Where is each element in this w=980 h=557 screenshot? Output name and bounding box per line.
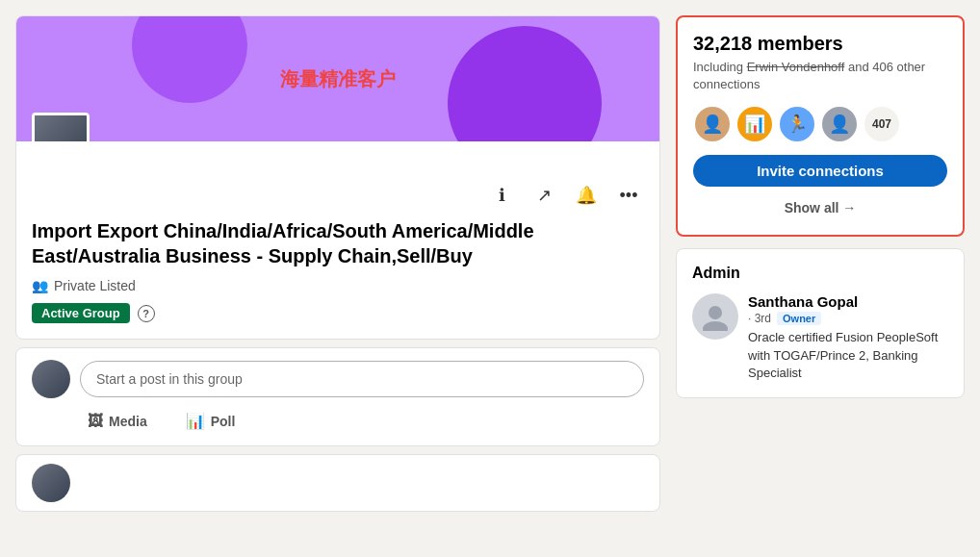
admin-row: Santhana Gopal · 3rd Owner Oracle certif… <box>692 293 948 382</box>
banner-decoration-circle-1 <box>132 16 247 103</box>
member-avatar-2: 📊 <box>735 105 774 143</box>
post-card: Start a post in this group 🖼 Media 📊 Pol… <box>15 347 660 446</box>
admin-card: Admin Santhana Gopal · 3rd Owner Oracle … <box>676 248 965 398</box>
members-subtext-prefix: Including <box>693 60 747 74</box>
members-subtext: Including Erwin Vondenhoff and 406 other… <box>693 59 947 93</box>
bottom-preview <box>15 454 660 512</box>
active-group-badge: Active Group <box>32 303 130 323</box>
member-avatar-3: 🏃 <box>778 105 816 143</box>
post-actions-row: 🖼 Media 📊 Poll <box>32 408 644 434</box>
invite-connections-button[interactable]: Invite connections <box>693 155 947 187</box>
admin-degree-row: · 3rd Owner <box>748 312 948 325</box>
admin-avatar-icon <box>701 302 730 331</box>
members-card: 32,218 members Including Erwin Vondenhof… <box>676 15 965 237</box>
poll-label: Poll <box>211 414 236 429</box>
preview-avatar <box>32 464 70 502</box>
banner-decoration-circle-2 <box>448 26 602 141</box>
media-icon: 🖼 <box>88 413 103 430</box>
admin-avatar <box>692 293 738 340</box>
poll-button[interactable]: 📊 Poll <box>178 408 244 434</box>
svg-point-1 <box>703 321 728 331</box>
media-label: Media <box>109 414 147 429</box>
members-count: 32,218 members <box>693 33 947 55</box>
admin-owner-badge: Owner <box>777 312 821 325</box>
share-icon[interactable]: ↗ <box>529 180 559 211</box>
members-name-strikethrough: Erwin Vondenhoff <box>747 60 845 74</box>
group-card: 海量精准客户 ℹ ↗ 🔔 ••• <box>15 15 660 340</box>
admin-info: Santhana Gopal · 3rd Owner Oracle certif… <box>748 293 948 382</box>
group-badge-row: Active Group ? <box>32 303 644 323</box>
member-count-bubble: 407 <box>863 105 901 143</box>
group-title: Import Export China/India/Africa/South A… <box>32 218 644 268</box>
svg-point-0 <box>709 306 722 319</box>
group-card-body: ℹ ↗ 🔔 ••• Import Export China/India/Afri… <box>16 141 659 339</box>
info-icon[interactable]: ℹ <box>486 180 517 211</box>
admin-degree-badge: · 3rd <box>748 312 771 325</box>
admin-description: Oracle certified Fusion PeopleSoft with … <box>748 329 948 382</box>
group-actions-bar: ℹ ↗ 🔔 ••• <box>32 180 644 211</box>
admin-name[interactable]: Santhana Gopal <box>748 293 948 310</box>
poll-icon: 📊 <box>186 412 205 430</box>
group-privacy-label: Private Listed <box>54 278 136 293</box>
help-icon[interactable]: ? <box>138 305 155 322</box>
more-options-icon[interactable]: ••• <box>613 180 644 211</box>
group-banner: 海量精准客户 <box>16 16 659 141</box>
group-logo-image <box>35 115 87 141</box>
bell-icon[interactable]: 🔔 <box>571 180 602 211</box>
group-meta: 👥 Private Listed <box>32 278 644 293</box>
post-input-box[interactable]: Start a post in this group <box>80 361 644 397</box>
member-avatar-4: 👤 <box>820 105 859 143</box>
admin-section-title: Admin <box>692 265 948 282</box>
media-button[interactable]: 🖼 Media <box>80 408 155 434</box>
group-logo <box>32 113 90 141</box>
privacy-icon: 👥 <box>32 278 48 293</box>
banner-watermark-text: 海量精准客户 <box>280 66 396 92</box>
post-input-row: Start a post in this group <box>32 360 644 398</box>
show-all-link[interactable]: Show all → <box>693 196 947 219</box>
member-avatars-row: 👤 📊 🏃 👤 407 <box>693 105 947 143</box>
member-avatar-1: 👤 <box>693 105 732 143</box>
poster-avatar <box>32 360 70 398</box>
